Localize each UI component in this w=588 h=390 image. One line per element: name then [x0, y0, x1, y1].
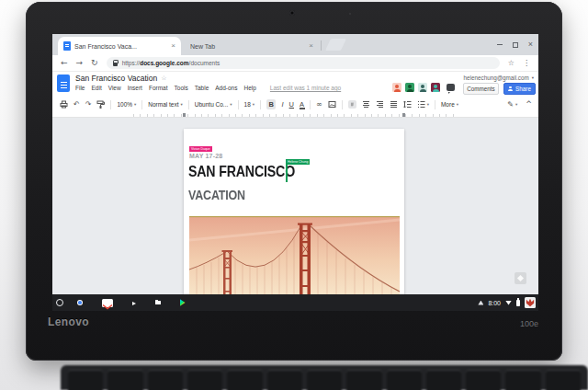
zoom-select[interactable]: 100%▾	[117, 101, 136, 108]
tab-strip: San Francisco Vaca... × New Tab × ×	[52, 34, 538, 55]
launcher-icon[interactable]	[56, 299, 63, 306]
window-controls: ×	[497, 34, 533, 55]
document-title[interactable]: San Francisco Vacation	[75, 74, 157, 83]
comments-button[interactable]: Comments	[463, 83, 499, 95]
font-value: Ubuntu Co...	[195, 101, 229, 108]
more-button[interactable]: More▾	[441, 101, 458, 108]
menu-view[interactable]: View	[108, 85, 121, 91]
star-document-icon[interactable]: ☆	[161, 75, 166, 82]
font-size-select[interactable]: 18▾	[244, 101, 255, 108]
collapse-menus-icon[interactable]: ^	[526, 101, 532, 109]
chevron-down-icon: ▾	[427, 102, 429, 107]
address-bar: ← → ↻ https://docs.google.com/documents …	[52, 55, 538, 72]
document-page[interactable]: Vivian Duque MAY 17-28 SAN FRANCISCO Hel…	[184, 129, 404, 294]
comments-label: Comments	[467, 86, 494, 92]
doc-heading-line2[interactable]: VACATION	[188, 188, 245, 203]
tab-close-icon[interactable]: ×	[171, 42, 175, 50]
paint-format-icon[interactable]	[96, 100, 105, 109]
menu-help[interactable]: Help	[243, 85, 255, 91]
close-icon[interactable]: ×	[528, 40, 533, 49]
chevron-down-icon: ▾	[532, 75, 534, 80]
menu-edit[interactable]: Edit	[91, 85, 101, 91]
justify-icon[interactable]	[390, 100, 398, 109]
tab-active-docs[interactable]: San Francisco Vaca... ×	[58, 37, 181, 55]
minimize-icon[interactable]	[497, 44, 503, 46]
chat-icon[interactable]	[447, 84, 455, 91]
forward-icon[interactable]: →	[76, 59, 84, 67]
account-menu[interactable]: helenechung@gmail.com ▾	[464, 75, 534, 81]
golden-gate-bridge-photo[interactable]	[189, 216, 400, 294]
toolbar-separator	[342, 100, 343, 109]
bold-button[interactable]: B	[266, 99, 276, 109]
italic-button[interactable]: I	[281, 101, 283, 109]
text-color-button[interactable]: A	[300, 101, 304, 109]
chevron-down-icon: ▾	[134, 102, 136, 107]
menu-addons[interactable]: Add-ons	[215, 85, 237, 91]
new-tab-button[interactable]	[325, 39, 346, 51]
collaborator-cursor	[286, 165, 288, 182]
shelf: 8:00	[52, 294, 538, 311]
laptop-bezel: San Francisco Vaca... × New Tab × × ← → …	[26, 2, 562, 361]
back-icon[interactable]: ←	[61, 59, 68, 67]
avatar[interactable]	[431, 83, 440, 92]
gmail-icon[interactable]	[102, 299, 113, 307]
browser-menu-icon[interactable]: ⋮	[523, 59, 530, 67]
last-edit-link[interactable]: Last edit was 1 minute ago	[270, 85, 341, 91]
reload-icon[interactable]: ↻	[91, 59, 98, 67]
redo-icon[interactable]: ↷	[85, 101, 92, 109]
maximize-icon[interactable]	[513, 42, 518, 48]
share-button[interactable]: Share	[503, 83, 536, 95]
font-size-value: 18	[244, 101, 251, 108]
font-select[interactable]: Ubuntu Co...▾	[195, 101, 232, 108]
menu-table[interactable]: Table	[195, 85, 209, 91]
date-line[interactable]: MAY 17-28	[189, 153, 222, 159]
notification-icon	[478, 301, 483, 305]
undo-icon[interactable]: ↶	[74, 101, 80, 109]
print-icon[interactable]	[60, 100, 68, 109]
avatar[interactable]	[392, 83, 401, 92]
align-center-icon[interactable]	[362, 100, 370, 109]
toolbar-separator	[238, 100, 239, 109]
insert-image-icon[interactable]	[328, 100, 336, 109]
insert-link-icon[interactable]: ∞	[316, 101, 322, 109]
url-scheme: https://	[122, 60, 141, 66]
align-left-icon[interactable]	[348, 100, 356, 109]
right-margin-marker[interactable]	[402, 113, 405, 117]
paragraph-style-select[interactable]: Normal text▾	[148, 101, 183, 108]
toolbar-separator	[260, 100, 261, 109]
editing-mode-button[interactable]: ✎▾	[507, 101, 517, 109]
bookmark-star-icon[interactable]: ☆	[508, 59, 514, 67]
microphone-dot	[349, 13, 351, 15]
docs-app-icon[interactable]	[57, 75, 70, 92]
avatar[interactable]	[405, 83, 414, 92]
system-tray[interactable]: 8:00	[478, 294, 536, 311]
user-avatar[interactable]	[525, 297, 536, 308]
tab-label: San Francisco Vaca...	[74, 43, 167, 50]
lenovo-logo: Lenovo	[48, 315, 89, 328]
clock: 8:00	[488, 300, 501, 306]
menu-format[interactable]: Format	[149, 85, 168, 91]
tab-close-icon[interactable]: ×	[309, 42, 313, 50]
menu-tools[interactable]: Tools	[175, 85, 188, 91]
underline-button[interactable]: U	[289, 101, 294, 109]
list-button[interactable]: ▾	[417, 100, 429, 109]
tab-new-tab[interactable]: New Tab ×	[184, 37, 320, 55]
toolbar-separator	[188, 100, 189, 109]
collaborator-flag-green: Helene Chung	[286, 159, 310, 165]
left-margin-marker[interactable]	[183, 113, 186, 117]
url-path: /documents	[189, 60, 220, 66]
pencil-icon: ✎	[507, 101, 514, 109]
avatar[interactable]	[418, 83, 427, 92]
docs-favicon	[63, 41, 71, 51]
style-value: Normal text	[148, 101, 178, 108]
lock-icon	[113, 63, 118, 66]
menu-file[interactable]: File	[75, 85, 85, 91]
more-label: More	[441, 101, 455, 108]
explore-button[interactable]	[514, 272, 526, 284]
collaborator-avatars	[392, 83, 455, 92]
omnibox[interactable]: https://docs.google.com/documents	[107, 57, 500, 69]
align-right-icon[interactable]	[376, 100, 384, 109]
doc-heading-line1[interactable]: SAN FRANCISCO	[188, 163, 295, 181]
menu-insert[interactable]: Insert	[128, 85, 142, 91]
line-spacing-icon[interactable]	[403, 100, 412, 109]
